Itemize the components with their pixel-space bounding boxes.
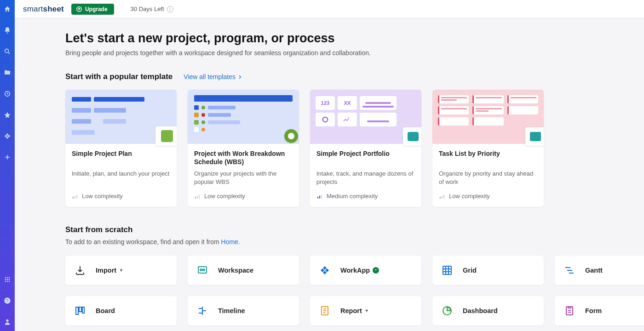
home-icon[interactable] <box>4 6 11 13</box>
view-all-templates-link[interactable]: View all templates <box>184 73 242 80</box>
upgrade-badge-icon <box>373 267 379 274</box>
svg-point-33 <box>203 269 205 271</box>
scratch-dashboard[interactable]: Dashboard <box>432 296 544 325</box>
import-icon <box>75 265 86 276</box>
scratch-report[interactable]: Report▼ <box>310 296 421 325</box>
svg-rect-21 <box>195 197 196 199</box>
apps-grid-icon[interactable] <box>4 276 11 283</box>
trial-status: 30 Days Left i <box>131 6 173 12</box>
svg-point-7 <box>9 277 10 279</box>
scratch-gantt[interactable]: Gantt <box>555 256 644 285</box>
svg-rect-27 <box>321 194 322 198</box>
template-thumbnail: 123XX <box>310 90 421 144</box>
svg-rect-19 <box>75 195 75 198</box>
main: smartsheet Upgrade 30 Days Left i Let's … <box>15 0 644 331</box>
svg-point-6 <box>7 277 8 279</box>
svg-rect-44 <box>82 307 84 313</box>
template-thumbnail <box>65 90 177 144</box>
template-title: Simple Project Portfolio <box>316 149 415 166</box>
svg-point-9 <box>7 279 8 280</box>
template-complexity: Low complexity <box>194 193 293 200</box>
template-card-portfolio[interactable]: 123XX Simple Project Portfolio Intake, t… <box>310 90 421 207</box>
workspace-icon <box>197 265 208 276</box>
template-title: Simple Project Plan <box>72 149 170 166</box>
template-complexity: Low complexity <box>72 193 170 200</box>
report-icon <box>319 305 330 316</box>
template-desc: Organize by priority and stay ahead of w… <box>439 170 537 186</box>
svg-rect-28 <box>440 197 441 199</box>
gantt-icon <box>564 265 575 276</box>
svg-rect-25 <box>317 197 318 199</box>
svg-point-16 <box>6 320 8 322</box>
clock-icon[interactable] <box>4 90 11 97</box>
form-icon <box>564 305 575 316</box>
home-link[interactable]: Home <box>221 238 238 245</box>
bars-icon <box>439 193 445 200</box>
scratch-board[interactable]: Board <box>65 296 177 325</box>
plus-icon[interactable] <box>4 154 11 161</box>
svg-rect-18 <box>73 197 74 199</box>
template-thumbnail <box>432 90 544 144</box>
timeline-icon <box>197 305 208 316</box>
scratch-heading: Start from scratch <box>65 225 613 234</box>
template-card-task-list[interactable]: Task List by Priority Organize by priori… <box>432 90 544 207</box>
avatar-icon[interactable] <box>4 318 11 325</box>
search-icon[interactable] <box>4 48 11 55</box>
svg-rect-43 <box>79 307 81 312</box>
upgrade-arrow-icon <box>76 6 82 12</box>
svg-rect-30 <box>443 194 444 198</box>
template-desc: Initiate, plan, and launch your project <box>72 170 170 186</box>
scratch-subtitle: To add to an existing workspace, find an… <box>65 238 613 245</box>
bars-icon <box>316 193 323 200</box>
grid-icon <box>442 265 453 276</box>
template-card-simple-project-plan[interactable]: Simple Project Plan Initiate, plan, and … <box>65 90 177 207</box>
star-icon[interactable] <box>4 111 11 119</box>
caret-down-icon: ▼ <box>365 308 369 313</box>
scratch-grid-type[interactable]: Grid <box>432 256 544 285</box>
svg-point-5 <box>5 277 6 279</box>
svg-point-0 <box>5 49 9 53</box>
left-rail: ? <box>0 0 15 331</box>
svg-point-12 <box>7 281 8 282</box>
svg-point-24 <box>323 117 328 122</box>
svg-rect-34 <box>443 266 451 274</box>
workapps-icon[interactable] <box>4 132 11 140</box>
templates-row: Simple Project Plan Initiate, plan, and … <box>65 90 613 207</box>
template-desc: Organize your projects with the popular … <box>194 170 293 186</box>
svg-line-1 <box>8 52 10 54</box>
help-icon[interactable]: ? <box>4 297 11 304</box>
svg-rect-29 <box>442 195 443 198</box>
svg-point-13 <box>9 281 10 282</box>
page-subtitle: Bring people and projects together with … <box>65 49 613 57</box>
scratch-workapp[interactable]: WorkApp <box>310 256 421 285</box>
page-title: Let's start a new project, program, or p… <box>65 31 613 46</box>
bars-icon <box>194 193 201 200</box>
svg-point-8 <box>5 279 6 280</box>
scratch-timeline[interactable]: Timeline <box>188 296 299 325</box>
upgrade-button[interactable]: Upgrade <box>71 4 114 15</box>
scratch-import[interactable]: Import▼ <box>65 256 177 285</box>
template-complexity: Medium complexity <box>316 193 415 200</box>
svg-rect-22 <box>197 196 198 199</box>
svg-text:?: ? <box>6 298 9 303</box>
dashboard-icon <box>442 305 453 316</box>
info-icon[interactable]: i <box>167 6 173 12</box>
board-icon <box>75 305 86 316</box>
scratch-form[interactable]: Form <box>555 296 644 325</box>
svg-point-11 <box>5 281 6 282</box>
template-title: Task List by Priority <box>439 149 537 166</box>
bars-icon <box>72 193 78 200</box>
topbar: smartsheet Upgrade 30 Days Left i <box>15 0 644 18</box>
svg-rect-42 <box>76 307 78 314</box>
template-thumbnail <box>188 90 299 144</box>
template-card-wbs[interactable]: Project with Work Breakdown Schedule (WB… <box>188 90 299 207</box>
template-complexity: Low complexity <box>439 193 537 200</box>
templates-heading: Start with a popular template <box>65 72 172 81</box>
folder-icon[interactable] <box>4 69 11 76</box>
scratch-grid: Import▼ Workspace WorkApp Grid Gantt <box>65 256 613 325</box>
svg-rect-26 <box>319 195 320 198</box>
bell-icon[interactable] <box>4 27 11 34</box>
scratch-workspace[interactable]: Workspace <box>188 256 299 285</box>
svg-rect-23 <box>199 194 200 198</box>
brand-logo[interactable]: smartsheet <box>23 5 64 14</box>
